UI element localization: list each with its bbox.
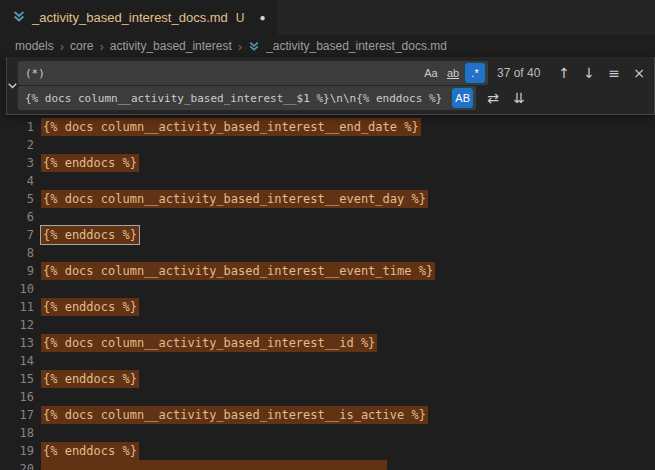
line-content: [34, 460, 387, 470]
line-content: [34, 424, 41, 442]
line-number: 12: [0, 316, 34, 334]
line-number: 10: [0, 280, 34, 298]
line-number: 14: [0, 352, 34, 370]
line-number: 3: [0, 154, 34, 172]
code-line[interactable]: 10: [0, 280, 655, 298]
find-widget: (*) Aa ab .* 37 of 40 ↑ ↓ ≡ × {% docs co…: [6, 57, 655, 115]
breadcrumb-item-core[interactable]: core: [70, 39, 93, 53]
search-match: {% enddocs %}: [41, 298, 139, 316]
line-content: [34, 136, 41, 154]
line-number: 20: [0, 460, 34, 470]
line-number: 6: [0, 208, 34, 226]
match-case-toggle[interactable]: Aa: [421, 63, 441, 83]
code-line[interactable]: 3{% enddocs %}: [0, 154, 655, 172]
line-content: {% enddocs %}: [34, 226, 139, 244]
results-count: 37 of 40: [497, 66, 549, 80]
code-line[interactable]: 18: [0, 424, 655, 442]
find-row: (*) Aa ab .* 37 of 40 ↑ ↓ ≡ ×: [18, 61, 650, 85]
preserve-case-toggle[interactable]: AB: [452, 88, 473, 108]
breadcrumb-item-file[interactable]: _activity_based_interest_docs.md: [266, 39, 447, 53]
search-match: [41, 460, 387, 470]
markdown-file-icon: [12, 9, 26, 27]
code-line[interactable]: 13{% docs column__activity_based_interes…: [0, 334, 655, 352]
breadcrumb-item-activity-based-interest[interactable]: activity_based_interest: [110, 39, 232, 53]
line-number: 16: [0, 388, 34, 406]
search-match: {% docs column__activity_based_interest_…: [41, 334, 377, 352]
line-number: 15: [0, 370, 34, 388]
whole-word-toggle[interactable]: ab: [443, 63, 463, 83]
line-number: 17: [0, 406, 34, 424]
line-number: 8: [0, 244, 34, 262]
line-number: 9: [0, 262, 34, 280]
breadcrumb: models › core › activity_based_interest …: [0, 35, 655, 57]
code-line[interactable]: 8: [0, 244, 655, 262]
close-icon[interactable]: ×: [628, 62, 650, 84]
search-match: {% enddocs %}: [41, 154, 139, 172]
line-content: [34, 352, 41, 370]
line-number: 11: [0, 298, 34, 316]
replace-icon[interactable]: ⇄: [482, 87, 504, 109]
replace-value: {% docs column__activity_based_interest_…: [25, 92, 442, 105]
breadcrumb-item-models[interactable]: models: [15, 39, 54, 53]
line-content: [34, 172, 41, 190]
line-number: 4: [0, 172, 34, 190]
line-content: {% enddocs %}: [34, 298, 139, 316]
code-line[interactable]: 2: [0, 136, 655, 154]
code-lines[interactable]: 1{% docs column__activity_based_interest…: [0, 118, 655, 470]
line-number: 2: [0, 136, 34, 154]
line-content: {% enddocs %}: [34, 442, 139, 460]
code-line[interactable]: 16: [0, 388, 655, 406]
code-line[interactable]: 12: [0, 316, 655, 334]
code-line[interactable]: 7{% enddocs %}: [0, 226, 655, 244]
line-number: 1: [0, 118, 34, 136]
line-number: 19: [0, 442, 34, 460]
search-match: {% docs column__activity_based_interest_…: [41, 118, 421, 136]
search-match: {% docs column__activity_based_interest_…: [41, 190, 428, 208]
tab-filename: _activity_based_interest_docs.md: [32, 10, 228, 25]
line-content: {% enddocs %}: [34, 370, 139, 388]
search-query: (*): [25, 67, 45, 80]
line-content: {% enddocs %}: [34, 154, 139, 172]
line-content: [34, 316, 41, 334]
code-line[interactable]: 19{% enddocs %}: [0, 442, 655, 460]
dirty-indicator[interactable]: ●: [260, 12, 266, 23]
line-number: 13: [0, 334, 34, 352]
search-match: {% enddocs %}: [41, 442, 139, 460]
line-content: {% docs column__activity_based_interest_…: [34, 406, 428, 424]
line-content: [34, 388, 41, 406]
search-match: {% docs column__activity_based_interest_…: [41, 406, 428, 424]
search-input[interactable]: (*) Aa ab .*: [18, 61, 488, 85]
next-match-icon[interactable]: ↓: [578, 62, 600, 84]
code-line[interactable]: 17{% docs column__activity_based_interes…: [0, 406, 655, 424]
tab-bar: _activity_based_interest_docs.md U ●: [0, 0, 655, 35]
line-number: 5: [0, 190, 34, 208]
line-content: {% docs column__activity_based_interest_…: [34, 118, 421, 136]
code-line[interactable]: 20: [0, 460, 655, 470]
code-line[interactable]: 6: [0, 208, 655, 226]
toggle-replace-button[interactable]: [7, 57, 18, 114]
line-content: [34, 280, 41, 298]
find-in-selection-icon[interactable]: ≡: [603, 62, 625, 84]
line-content: {% docs column__activity_based_interest_…: [34, 190, 428, 208]
regex-toggle[interactable]: .*: [465, 63, 485, 83]
replace-input[interactable]: {% docs column__activity_based_interest_…: [18, 86, 476, 110]
code-line[interactable]: 5{% docs column__activity_based_interest…: [0, 190, 655, 208]
line-content: [34, 208, 41, 226]
code-line[interactable]: 9{% docs column__activity_based_interest…: [0, 262, 655, 280]
line-number: 7: [0, 226, 34, 244]
line-content: {% docs column__activity_based_interest_…: [34, 334, 377, 352]
code-line[interactable]: 1{% docs column__activity_based_interest…: [0, 118, 655, 136]
code-line[interactable]: 15{% enddocs %}: [0, 370, 655, 388]
line-content: [34, 244, 41, 262]
previous-match-icon[interactable]: ↑: [553, 62, 575, 84]
tab-active-file[interactable]: _activity_based_interest_docs.md U ●: [0, 0, 278, 35]
git-status-badge: U: [236, 11, 245, 25]
replace-all-icon[interactable]: ⇊: [508, 87, 530, 109]
breadcrumb-separator: ›: [60, 39, 64, 54]
code-line[interactable]: 14: [0, 352, 655, 370]
search-match: {% docs column__activity_based_interest_…: [41, 262, 435, 280]
code-line[interactable]: 11{% enddocs %}: [0, 298, 655, 316]
replace-row: {% docs column__activity_based_interest_…: [18, 86, 650, 110]
code-line[interactable]: 4: [0, 172, 655, 190]
search-match: {% enddocs %}: [41, 370, 139, 388]
